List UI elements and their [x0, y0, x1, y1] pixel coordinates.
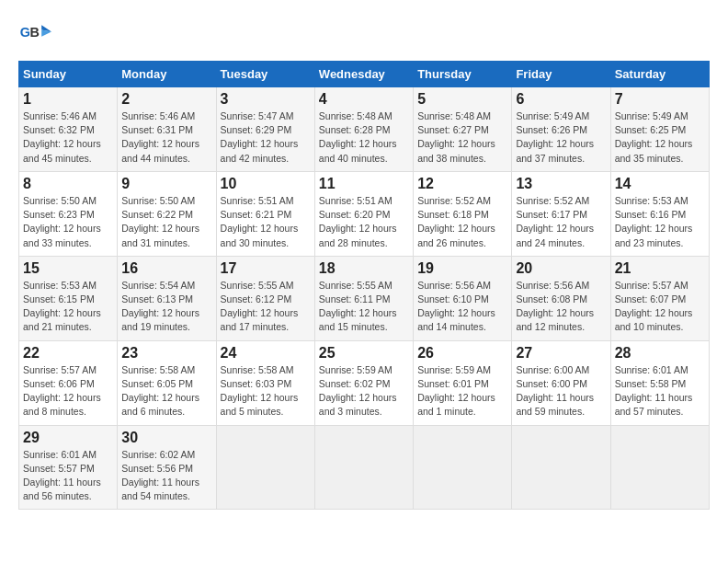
header-tuesday: Tuesday: [216, 62, 314, 87]
day-info: Sunrise: 5:57 AMSunset: 6:07 PMDaylight:…: [615, 280, 693, 333]
day-number: 10: [221, 176, 311, 192]
day-info: Sunrise: 5:49 AMSunset: 6:25 PMDaylight:…: [615, 110, 693, 164]
day-info: Sunrise: 5:51 AMSunset: 6:21 PMDaylight:…: [221, 195, 299, 248]
day-number: 2: [121, 91, 211, 108]
calendar-cell: [610, 425, 709, 510]
day-number: 15: [23, 260, 113, 277]
day-info: Sunrise: 5:54 AMSunset: 6:13 PMDaylight:…: [121, 280, 199, 333]
day-info: Sunrise: 5:48 AMSunset: 6:28 PMDaylight:…: [319, 110, 397, 164]
day-info: Sunrise: 5:59 AMSunset: 6:01 PMDaylight:…: [417, 364, 495, 418]
day-number: 13: [516, 176, 606, 192]
header-saturday: Saturday: [610, 62, 709, 87]
calendar-cell: 27 Sunrise: 6:00 AMSunset: 6:00 PMDaylig…: [512, 340, 610, 425]
day-number: 12: [417, 176, 507, 192]
day-info: Sunrise: 5:56 AMSunset: 6:08 PMDaylight:…: [516, 280, 594, 333]
calendar-cell: 3 Sunrise: 5:47 AMSunset: 6:29 PMDayligh…: [216, 87, 314, 172]
day-info: Sunrise: 5:50 AMSunset: 6:23 PMDaylight:…: [23, 195, 101, 248]
day-number: 24: [221, 345, 311, 362]
calendar-cell: 6 Sunrise: 5:49 AMSunset: 6:26 PMDayligh…: [512, 87, 610, 172]
calendar-cell: 26 Sunrise: 5:59 AMSunset: 6:01 PMDaylig…: [414, 340, 512, 425]
header-friday: Friday: [512, 62, 610, 87]
day-info: Sunrise: 5:55 AMSunset: 6:12 PMDaylight:…: [221, 280, 299, 333]
day-number: 23: [121, 345, 211, 362]
calendar-cell: 17 Sunrise: 5:55 AMSunset: 6:12 PMDaylig…: [216, 256, 314, 340]
day-info: Sunrise: 5:48 AMSunset: 6:27 PMDaylight:…: [417, 110, 495, 164]
page-header: G B: [18, 18, 710, 52]
day-info: Sunrise: 5:46 AMSunset: 6:31 PMDaylight:…: [121, 110, 199, 164]
calendar-cell: [414, 425, 512, 510]
calendar-cell: 12 Sunrise: 5:52 AMSunset: 6:18 PMDaylig…: [414, 171, 512, 256]
day-info: Sunrise: 5:59 AMSunset: 6:02 PMDaylight:…: [319, 364, 397, 418]
calendar-cell: [512, 425, 610, 510]
calendar-cell: 30 Sunrise: 6:02 AMSunset: 5:56 PMDaylig…: [118, 425, 216, 510]
calendar-cell: 5 Sunrise: 5:48 AMSunset: 6:27 PMDayligh…: [414, 87, 512, 172]
day-number: 5: [417, 91, 507, 108]
day-info: Sunrise: 5:57 AMSunset: 6:06 PMDaylight:…: [23, 364, 101, 418]
calendar-cell: 14 Sunrise: 5:53 AMSunset: 6:16 PMDaylig…: [610, 171, 709, 256]
day-number: 22: [23, 345, 113, 362]
day-info: Sunrise: 5:50 AMSunset: 6:22 PMDaylight:…: [121, 195, 199, 248]
day-number: 26: [417, 345, 507, 362]
day-number: 28: [615, 345, 705, 362]
calendar-cell: 22 Sunrise: 5:57 AMSunset: 6:06 PMDaylig…: [19, 340, 118, 425]
svg-text:B: B: [30, 25, 40, 40]
day-number: 8: [23, 176, 113, 192]
day-info: Sunrise: 5:49 AMSunset: 6:26 PMDaylight:…: [516, 110, 594, 164]
calendar-cell: 24 Sunrise: 5:58 AMSunset: 6:03 PMDaylig…: [216, 340, 314, 425]
day-info: Sunrise: 5:56 AMSunset: 6:10 PMDaylight:…: [417, 280, 495, 333]
day-number: 7: [615, 91, 705, 108]
day-number: 11: [319, 176, 409, 192]
calendar-cell: 29 Sunrise: 6:01 AMSunset: 5:57 PMDaylig…: [19, 425, 118, 510]
day-info: Sunrise: 5:58 AMSunset: 6:03 PMDaylight:…: [221, 364, 299, 418]
day-number: 1: [23, 91, 113, 108]
day-number: 19: [417, 260, 507, 277]
calendar-cell: 1 Sunrise: 5:46 AMSunset: 6:32 PMDayligh…: [19, 87, 118, 172]
calendar-cell: 11 Sunrise: 5:51 AMSunset: 6:20 PMDaylig…: [314, 171, 413, 256]
day-number: 3: [221, 91, 311, 108]
calendar-table: SundayMondayTuesdayWednesdayThursdayFrid…: [18, 61, 710, 510]
calendar-cell: 18 Sunrise: 5:55 AMSunset: 6:11 PMDaylig…: [314, 256, 413, 340]
day-info: Sunrise: 5:46 AMSunset: 6:32 PMDaylight:…: [23, 110, 101, 164]
calendar-cell: 7 Sunrise: 5:49 AMSunset: 6:25 PMDayligh…: [610, 87, 709, 172]
day-number: 27: [516, 345, 606, 362]
day-info: Sunrise: 5:52 AMSunset: 6:18 PMDaylight:…: [417, 195, 495, 248]
header-thursday: Thursday: [414, 62, 512, 87]
calendar-cell: [314, 425, 413, 510]
header-wednesday: Wednesday: [314, 62, 413, 87]
header-sunday: Sunday: [19, 62, 118, 87]
svg-text:G: G: [20, 25, 30, 40]
day-number: 18: [319, 260, 409, 277]
calendar-cell: 19 Sunrise: 5:56 AMSunset: 6:10 PMDaylig…: [414, 256, 512, 340]
day-number: 14: [615, 176, 705, 192]
day-info: Sunrise: 6:02 AMSunset: 5:56 PMDaylight:…: [121, 449, 199, 502]
day-number: 29: [23, 430, 113, 446]
calendar-cell: 15 Sunrise: 5:53 AMSunset: 6:15 PMDaylig…: [19, 256, 118, 340]
calendar-cell: 21 Sunrise: 5:57 AMSunset: 6:07 PMDaylig…: [610, 256, 709, 340]
calendar-cell: 16 Sunrise: 5:54 AMSunset: 6:13 PMDaylig…: [118, 256, 216, 340]
day-info: Sunrise: 5:58 AMSunset: 6:05 PMDaylight:…: [121, 364, 199, 418]
day-number: 16: [121, 260, 211, 277]
day-info: Sunrise: 5:47 AMSunset: 6:29 PMDaylight:…: [221, 110, 299, 164]
calendar-cell: [216, 425, 314, 510]
calendar-week-3: 15 Sunrise: 5:53 AMSunset: 6:15 PMDaylig…: [19, 256, 710, 340]
calendar-cell: 13 Sunrise: 5:52 AMSunset: 6:17 PMDaylig…: [512, 171, 610, 256]
day-number: 17: [221, 260, 311, 277]
day-info: Sunrise: 6:01 AMSunset: 5:58 PMDaylight:…: [615, 364, 693, 418]
day-number: 30: [121, 430, 211, 446]
day-number: 25: [319, 345, 409, 362]
day-info: Sunrise: 5:52 AMSunset: 6:17 PMDaylight:…: [516, 195, 594, 248]
day-info: Sunrise: 5:55 AMSunset: 6:11 PMDaylight:…: [319, 280, 397, 333]
day-number: 4: [319, 91, 409, 108]
day-info: Sunrise: 5:53 AMSunset: 6:15 PMDaylight:…: [23, 280, 101, 333]
calendar-week-5: 29 Sunrise: 6:01 AMSunset: 5:57 PMDaylig…: [19, 425, 710, 510]
calendar-cell: 10 Sunrise: 5:51 AMSunset: 6:21 PMDaylig…: [216, 171, 314, 256]
day-info: Sunrise: 5:51 AMSunset: 6:20 PMDaylight:…: [319, 195, 397, 248]
day-number: 9: [121, 176, 211, 192]
day-info: Sunrise: 6:00 AMSunset: 6:00 PMDaylight:…: [516, 364, 594, 418]
calendar-cell: 25 Sunrise: 5:59 AMSunset: 6:02 PMDaylig…: [314, 340, 413, 425]
calendar-week-1: 1 Sunrise: 5:46 AMSunset: 6:32 PMDayligh…: [19, 87, 710, 172]
day-number: 21: [615, 260, 705, 277]
day-number: 20: [516, 260, 606, 277]
calendar-cell: 8 Sunrise: 5:50 AMSunset: 6:23 PMDayligh…: [19, 171, 118, 256]
day-number: 6: [516, 91, 606, 108]
